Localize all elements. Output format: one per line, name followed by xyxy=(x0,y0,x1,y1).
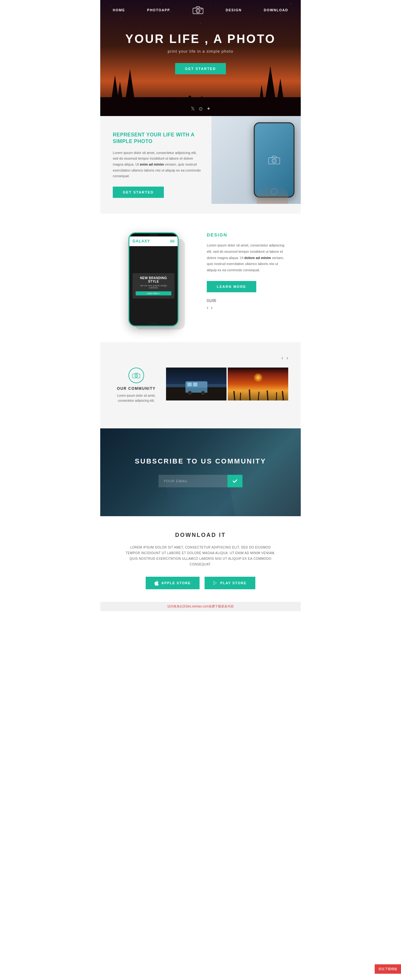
svg-point-2 xyxy=(197,10,199,12)
gallery-van-image xyxy=(166,368,227,401)
design-right: DESIGN Lorem ipsum dolor sit amet, conse… xyxy=(207,229,288,310)
phone-app-card: NEW BRANDING STYLE see our new graphic d… xyxy=(133,273,174,299)
phone-screen-icon xyxy=(268,154,281,166)
checkmark-icon xyxy=(233,479,238,484)
community-camera-icon xyxy=(132,372,140,379)
download-buttons: APPLE STORE PLAY STORE xyxy=(113,577,288,589)
nav-logo[interactable] xyxy=(192,6,204,14)
hero-title: YOUR LIFE , A PHOTO xyxy=(125,32,276,46)
svg-point-9 xyxy=(136,375,137,377)
apple-icon xyxy=(154,581,159,585)
download-text: LOREM IPSUM DOLOR SIT AMET, CONSECTETUR … xyxy=(125,545,276,567)
footer-bar: 访问鱼鱼社区bbs.xienlao.com免费下载更多内容 xyxy=(100,602,301,611)
represent-section: REPRESENT YOUR LIFE WITH A SIMPLE PHOTO … xyxy=(100,116,301,213)
design-counter: 01/05 xyxy=(207,299,288,303)
navigation: HOME PHOTOAPP DESIGN DOWNLOAD xyxy=(100,0,301,20)
design-section: GALAXY NEW BRANDING STYLE see our new gr… xyxy=(100,213,301,342)
svg-point-8 xyxy=(135,374,138,377)
phone-menu-icon xyxy=(170,240,174,243)
design-phone-wrap: GALAXY NEW BRANDING STYLE see our new gr… xyxy=(113,229,194,326)
flickr-icon[interactable]: ⊙ xyxy=(199,106,203,111)
phone-app-header: GALAXY xyxy=(129,237,178,246)
svg-point-1 xyxy=(196,9,200,13)
represent-right xyxy=(211,116,301,213)
design-text: Lorem ipsum dolor sit amet, consectetur … xyxy=(207,242,288,274)
community-desc: Lorem ipsum dolor sit amet, consectetur … xyxy=(113,393,160,403)
subscribe-form xyxy=(158,475,243,487)
apple-store-button[interactable]: APPLE STORE xyxy=(146,577,200,589)
svg-point-3 xyxy=(201,9,202,10)
dribbble-icon[interactable]: ✦ xyxy=(206,106,211,111)
community-info: OUR COMMUNITY Lorem ipsum dolor sit amet… xyxy=(113,368,160,403)
twitter-icon[interactable]: 𝕏 xyxy=(191,106,195,111)
nav-download[interactable]: DOWNLOAD xyxy=(264,8,288,12)
subscribe-bg-photo xyxy=(100,428,301,516)
hero-section: HOME PHOTOAPP DESIGN DOWNLOAD YOUR LIFE … xyxy=(100,0,301,116)
design-arrows: ‹ › xyxy=(207,305,288,310)
footer-text: 访问鱼鱼社区bbs.xienlao.com免费下载更多内容 xyxy=(167,605,234,608)
represent-left: REPRESENT YOUR LIFE WITH A SIMPLE PHOTO … xyxy=(100,116,211,213)
svg-point-5 xyxy=(272,159,276,163)
hero-cta-button[interactable]: GET STARTED xyxy=(175,63,226,74)
community-section: ‹ › OUR COMMUNITY Lorem ipsum dolor sit … xyxy=(100,342,301,428)
hero-subtitle: print your life in a simple photo xyxy=(125,49,276,54)
community-next-arrow[interactable]: › xyxy=(286,355,288,361)
phone-card-btn[interactable]: Learn More > xyxy=(136,291,171,296)
subscribe-section: SUBSCRIBE TO US COMMUNITY xyxy=(100,428,301,516)
phone-brand: GALAXY xyxy=(133,239,150,243)
hero-content: YOUR LIFE , A PHOTO print your life in a… xyxy=(125,32,276,74)
design-prev-arrow[interactable]: ‹ xyxy=(207,305,208,310)
android-icon xyxy=(213,581,218,585)
design-next-arrow[interactable]: › xyxy=(211,305,212,310)
represent-title: REPRESENT YOUR LIFE WITH A SIMPLE PHOTO xyxy=(113,132,202,145)
represent-cta-button[interactable]: GET STARTED xyxy=(113,186,164,198)
svg-point-6 xyxy=(273,160,275,162)
design-cta-button[interactable]: LEARN MORE xyxy=(207,281,256,292)
phone-app-body: NEW BRANDING STYLE see our new graphic d… xyxy=(129,246,178,326)
nav-design[interactable]: DESIGN xyxy=(225,8,241,12)
community-icon-wrapper xyxy=(128,368,144,383)
design-label: DESIGN xyxy=(207,232,288,237)
phone-card-title: NEW BRANDING STYLE xyxy=(136,276,171,283)
download-section: DOWNLOAD IT LOREM IPSUM DOLOR SIT AMET, … xyxy=(100,516,301,602)
phone-card-sub: see our new graphic design collection xyxy=(136,285,171,289)
download-title: DOWNLOAD IT xyxy=(113,532,288,538)
subscribe-submit-button[interactable] xyxy=(227,475,243,487)
gallery-field-image xyxy=(228,368,288,401)
nav-photoapp[interactable]: PHOTOAPP xyxy=(147,8,170,12)
community-prev-arrow[interactable]: ‹ xyxy=(281,355,283,361)
subscribe-title: SUBSCRIBE TO US COMMUNITY xyxy=(135,457,266,465)
design-phone: GALAXY NEW BRANDING STYLE see our new gr… xyxy=(128,232,179,326)
camera-logo-icon xyxy=(192,6,204,14)
subscribe-email-input[interactable] xyxy=(158,475,227,487)
community-label: OUR COMMUNITY xyxy=(113,387,160,391)
play-store-button[interactable]: PLAY STORE xyxy=(204,577,255,589)
nav-home[interactable]: HOME xyxy=(113,8,125,12)
represent-text: Lorem ipsum dolor sit amet, consectetur … xyxy=(113,150,202,179)
community-gallery xyxy=(166,368,288,401)
hero-social: 𝕏 ⊙ ✦ xyxy=(191,106,211,111)
